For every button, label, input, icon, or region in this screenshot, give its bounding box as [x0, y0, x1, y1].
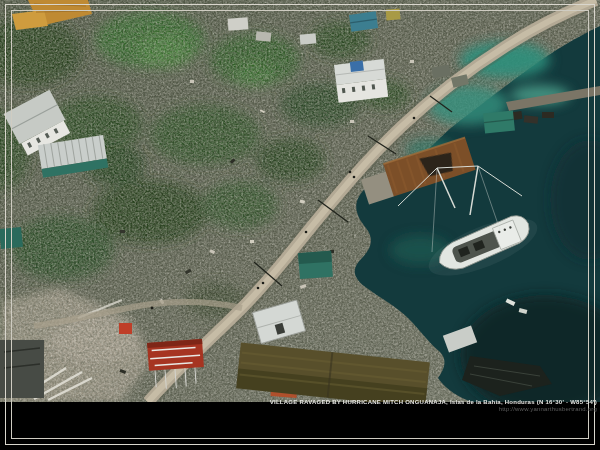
photo-area [0, 0, 600, 415]
white-shack [228, 17, 249, 30]
small-red-roof [119, 323, 132, 334]
white-shack-2 [256, 31, 272, 42]
teal-stilt-house [483, 110, 515, 133]
teal-house-left [0, 227, 23, 249]
white-shack-3 [300, 33, 317, 44]
blue-tarp [350, 61, 364, 73]
photo-card: VILLAGE RAVAGED BY HURRICANE MITCH ONGUA… [0, 0, 600, 450]
white-building-tarp [334, 58, 388, 103]
yellow-shack [386, 8, 401, 20]
photo-title: VILLAGE RAVAGED BY HURRICANE MITCH ONGUA… [270, 399, 597, 406]
roofless-building [0, 340, 44, 398]
photo-credit-url: http://www.yannarthusbertrand.org [270, 406, 597, 413]
teal-house-mid [298, 251, 333, 279]
caption: VILLAGE RAVAGED BY HURRICANE MITCH ONGUA… [270, 399, 597, 413]
hurricane-village-photo [0, 0, 600, 450]
